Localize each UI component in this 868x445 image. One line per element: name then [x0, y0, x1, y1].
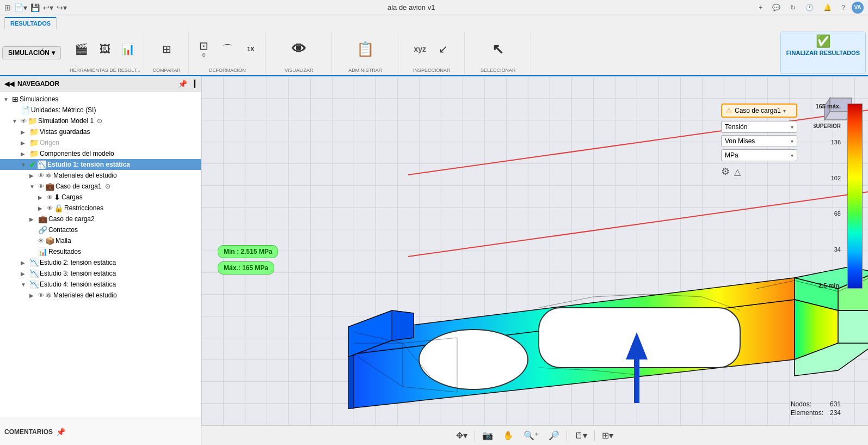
tree-item-estudio1[interactable]: ▼ ✔ 📉 Estudio 1: tensión estática [0, 159, 201, 170]
tree-item-simulaciones[interactable]: ▼ ⊞ Simulaciones [0, 94, 201, 105]
ribbon-group-inspeccionar: xyz ↙ INSPECCIONAR [399, 32, 465, 74]
insp-xyz-btn[interactable]: xyz [409, 42, 431, 56]
legend-val-min: 2.5 min. [816, 283, 843, 289]
new-tab-btn[interactable]: + [755, 3, 766, 13]
ribbon-group-herramientas: 🎬 🖼 📊 HERRAMIENTAS DE RESULT... [66, 32, 144, 74]
save-icon[interactable]: 💾 [30, 3, 40, 12]
vp-move-btn[interactable]: ✥▾ [453, 429, 470, 442]
sidebar-nav-arrow[interactable]: ◀◀ [4, 80, 14, 88]
tree-item-materiales[interactable]: ▶ 👁 ⚛ Materiales del estudio [0, 170, 201, 181]
svg-point-12 [419, 330, 528, 389]
tree-eye-restricciones[interactable]: 👁 [47, 205, 53, 211]
vp-zoom-region-btn[interactable]: 🔍⁺ [521, 429, 541, 442]
deform-0-icon: ⊡ [199, 40, 208, 51]
tree-eye-materiales4[interactable]: 👁 [38, 292, 44, 298]
help-btn[interactable]: ? [838, 3, 848, 13]
tree-item-malla[interactable]: ▶ 👁 📦 Malla [0, 235, 201, 246]
vp-display-btn[interactable]: 🖥▾ [571, 429, 590, 442]
comment-btn[interactable]: 💬 [769, 3, 784, 13]
ribbon-group-comparar: ⊞ COMPARAR [145, 32, 189, 74]
deform-0-btn[interactable]: ⊡ 0 [193, 38, 215, 61]
tree-arrow-vistas: ▶ [21, 129, 28, 135]
tree-item-estudio3[interactable]: ▶ 📉 Estudio 3: tensión estática [0, 268, 201, 279]
user-avatar[interactable]: VA [852, 2, 864, 14]
tree-icon-simulaciones: ⊞ [12, 95, 19, 103]
video-btn[interactable]: 🎬 [71, 41, 93, 57]
undo-icon[interactable]: ↩▾ [43, 3, 53, 12]
tree-icon-sim-model: 📁 [28, 117, 37, 125]
unit-dropdown[interactable]: MPa ▾ [721, 149, 797, 161]
tree-item-carga2[interactable]: ▶ 💼 Caso de carga2 [0, 214, 201, 224]
chart-btn[interactable]: 📊 [118, 41, 139, 57]
herramientas-label: HERRAMIENTAS DE RESULT... [70, 66, 140, 73]
clock-btn[interactable]: 🕐 [802, 3, 817, 13]
tree-eye-materiales[interactable]: 👁 [38, 172, 44, 179]
compare-grid-btn[interactable]: ⊞ [156, 41, 177, 57]
vp-camera-btn[interactable]: 📷 [479, 429, 496, 442]
legend-labels: 165 máx. 136 102 68 34 2.5 min. [816, 103, 845, 289]
seleccionar-btn[interactable]: ↖ [482, 39, 514, 59]
tree-eye-malla[interactable]: 👁 [38, 237, 44, 244]
tree-eye-carga1[interactable]: 👁 [38, 183, 44, 190]
tree-item-contactos[interactable]: ▶ 🔗 Contactos [0, 224, 201, 235]
comments-pin-icon[interactable]: 📌 [56, 428, 65, 436]
compare2-btn[interactable]: 🖼 [94, 41, 116, 57]
tree-item-carga1[interactable]: ▼ 👁 💼 Caso de carga1 ⊙ [0, 181, 201, 192]
redo-icon[interactable]: ↪▾ [57, 3, 67, 12]
administrar-btn[interactable]: 📋 [349, 39, 381, 59]
deform-1x-btn[interactable]: 1X [240, 43, 262, 55]
deform-0-label: 0 [202, 52, 206, 58]
apps-icon[interactable]: ⊞ [4, 3, 11, 12]
main-area: ◀◀ NAVEGADOR 📌 ┃ ▼ ⊞ Simulaciones ▶ 📄 Un… [0, 76, 868, 445]
administrar-label: ADMINISTRAR [348, 66, 382, 73]
vp-zoom-btn[interactable]: 🔎 [546, 429, 562, 442]
case-dropdown[interactable]: ⚠ Caso de carga1 ▾ [721, 103, 797, 118]
inspeccionar-label: INSPECCIONAR [413, 66, 451, 73]
tree-label-restricciones: Restricciones [64, 204, 103, 212]
refresh-btn[interactable]: ↻ [787, 3, 799, 13]
visualizar-btn[interactable]: 👁 [282, 39, 315, 59]
finalizar-check-icon: ✅ [816, 34, 830, 48]
elements-value: 234 [824, 409, 841, 417]
tree-item-resultados[interactable]: ▶ 📊 Resultados [0, 246, 201, 257]
legend-bar [847, 103, 863, 289]
insp-arrow-btn[interactable]: ↙ [433, 41, 454, 57]
settings-gear-icon[interactable]: ⚙ [721, 166, 730, 178]
sidebar-pin-icon[interactable]: 📌 [178, 80, 187, 88]
vp-grid-btn[interactable]: ⊞▾ [599, 429, 616, 442]
vp-hand-btn[interactable]: ✋ [500, 429, 516, 442]
tree-eye-sim-model[interactable]: 👁 [21, 118, 27, 124]
tree-item-estudio2[interactable]: ▶ 📉 Estudio 2: tensión estática [0, 257, 201, 268]
tree-item-materiales4[interactable]: ▶ 👁 ⚛ Materiales del estudio [0, 290, 201, 301]
tree-eye-cargas[interactable]: 👁 [47, 194, 53, 200]
tree-arrow-materiales: ▶ [29, 173, 37, 179]
tree-arrow-carga2: ▶ [29, 216, 37, 222]
tree-item-unidades[interactable]: ▶ 📄 Unidades: Métrico (SI) [0, 105, 201, 115]
legend-val-max: 165 máx. [816, 103, 843, 109]
tree-icon-materiales: ⚛ [45, 171, 52, 180]
tree-label-origen: Origen [40, 139, 59, 147]
sidebar-resize-icon[interactable]: ┃ [193, 80, 196, 88]
triangle-icon[interactable]: △ [734, 167, 741, 177]
tree-item-restricciones[interactable]: ▶ 👁 🔒 Restricciones [0, 203, 201, 214]
tree-icon-restricciones: 🔒 [54, 204, 63, 212]
von-mises-dropdown[interactable]: Von Mises ▾ [721, 135, 797, 147]
finalizar-btn[interactable]: ✅ FINALIZAR RESULTADOS [780, 32, 866, 74]
ribbon-group-administrar: 📋 ADMINISTRAR [333, 32, 398, 74]
tree-item-cargas[interactable]: ▶ 👁 ⬇ Cargas [0, 192, 201, 203]
tab-resultados[interactable]: RESULTADOS [4, 17, 57, 29]
tension-dropdown[interactable]: Tensión ▾ [721, 121, 797, 133]
simulacion-button[interactable]: SIMULACIÓN ▾ [2, 46, 61, 59]
administrar-icon: 📋 [356, 42, 374, 56]
tree-item-estudio4[interactable]: ▼ 📉 Estudio 4: tensión estática [0, 279, 201, 290]
tree-item-componentes[interactable]: ▶ 📁 Componentes del modelo [0, 148, 201, 159]
tree-item-origen[interactable]: ▶ 📁 Origen [0, 137, 201, 148]
tree-item-vistas[interactable]: ▶ 📁 Vistas guardadas [0, 126, 201, 137]
min-label: Min : 2.515 MPa [218, 245, 278, 258]
deform-curve-btn[interactable]: ⌒ [217, 41, 238, 57]
tree-item-sim-model-1[interactable]: ▼ 👁 📁 Simulation Model 1 ⊙ [0, 115, 201, 126]
tree-label-malla: Malla [56, 237, 71, 245]
viewport[interactable]: SUPERIOR Min : 2.515 MPa Máx.: 165 MPa ⚠… [201, 76, 868, 445]
bell-btn[interactable]: 🔔 [820, 3, 835, 13]
new-icon[interactable]: 📄▾ [14, 3, 27, 12]
